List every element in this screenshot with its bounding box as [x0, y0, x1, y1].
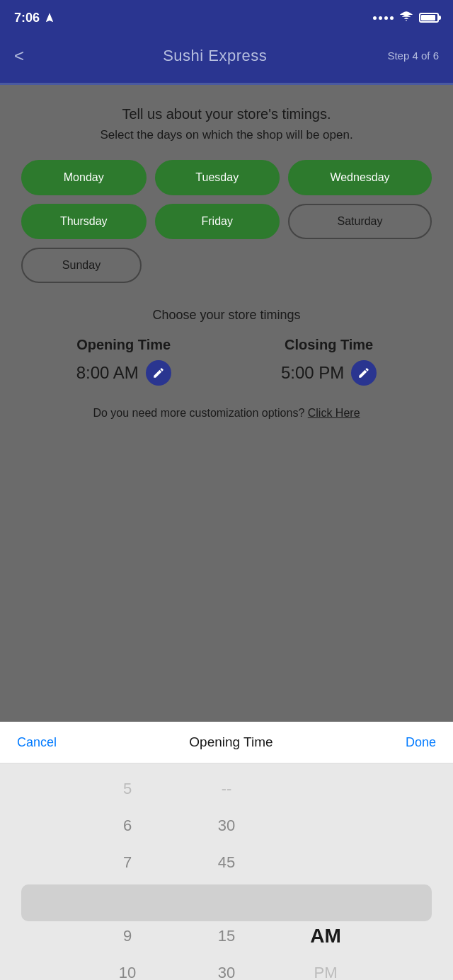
hour-10[interactable]: 10 — [78, 955, 177, 980]
days-row-3: Sunday — [21, 248, 432, 283]
main-content: Tell us about your store's timings. Sele… — [0, 85, 453, 722]
hour-5[interactable]: 5 — [78, 771, 177, 807]
day-saturday[interactable]: Saturday — [288, 204, 432, 239]
period-spacer-3 — [276, 881, 375, 918]
days-row-2: Thursday Friday Saturday — [21, 204, 432, 239]
bottom-sheet: Cancel Opening Time Done 5 6 7 8 9 10 11… — [0, 722, 453, 980]
minute-30-below[interactable]: 30 — [177, 955, 276, 980]
hour-7[interactable]: 7 — [78, 844, 177, 881]
period-column[interactable]: AM PM — [276, 807, 375, 980]
hour-8-selected[interactable]: 8 — [78, 881, 177, 918]
picker-title: Opening Time — [189, 734, 273, 750]
closing-time-edit-button[interactable] — [351, 360, 377, 386]
minute-15[interactable]: 15 — [177, 918, 276, 955]
customization-row: Do you need more customization options? … — [21, 407, 432, 420]
picker-columns: 5 6 7 8 9 10 11 -- 30 45 00 15 30 45 — [0, 771, 453, 980]
day-monday[interactable]: Monday — [21, 160, 147, 195]
day-tuesday[interactable]: Tuesday — [155, 160, 280, 195]
opening-time-block: Opening Time 8:00 AM — [76, 337, 171, 386]
minute-00-selected[interactable]: 00 — [177, 881, 276, 918]
days-row-1: Monday Tuesday Wednesday — [21, 160, 432, 195]
customization-text: Do you need more customization options? — [93, 407, 304, 419]
times-row: Opening Time 8:00 AM Closing Time 5:00 P… — [21, 337, 432, 386]
opening-time-label: Opening Time — [76, 337, 171, 353]
time-picker[interactable]: 5 6 7 8 9 10 11 -- 30 45 00 15 30 45 — [0, 763, 453, 980]
battery-icon — [419, 13, 439, 23]
opening-time-row: 8:00 AM — [76, 360, 171, 386]
time-display: 7:06 — [14, 11, 40, 25]
hour-9[interactable]: 9 — [78, 918, 177, 955]
back-button[interactable]: < — [14, 46, 42, 66]
choose-timings-label: Choose your store timings — [21, 308, 432, 323]
bottom-sheet-header: Cancel Opening Time Done — [0, 722, 453, 763]
hours-column[interactable]: 5 6 7 8 9 10 11 — [78, 771, 177, 980]
opening-time-value: 8:00 AM — [76, 363, 139, 383]
signal-icon — [373, 16, 394, 20]
hour-6[interactable]: 6 — [78, 807, 177, 844]
period-am-selected[interactable]: AM — [276, 918, 375, 955]
status-time-area: 7:06 — [14, 11, 55, 25]
navigation-icon — [44, 12, 55, 23]
closing-time-row: 5:00 PM — [281, 360, 377, 386]
step-indicator: Step 4 of 6 — [387, 50, 439, 62]
day-sunday[interactable]: Sunday — [21, 248, 142, 283]
day-wednesday[interactable]: Wednesday — [288, 160, 432, 195]
period-pm[interactable]: PM — [276, 955, 375, 980]
closing-time-block: Closing Time 5:00 PM — [281, 337, 377, 386]
minute-faded-top[interactable]: -- — [177, 771, 276, 807]
picker-cancel-button[interactable]: Cancel — [17, 735, 57, 750]
period-spacer-2 — [276, 844, 375, 881]
day-friday[interactable]: Friday — [155, 204, 280, 239]
minute-45[interactable]: 45 — [177, 844, 276, 881]
click-here-link[interactable]: Click Here — [308, 407, 360, 419]
opening-time-edit-button[interactable] — [146, 360, 171, 386]
day-thursday[interactable]: Thursday — [21, 204, 147, 239]
minutes-column[interactable]: -- 30 45 00 15 30 45 — [177, 771, 276, 980]
picker-done-button[interactable]: Done — [406, 735, 436, 750]
minute-30[interactable]: 30 — [177, 807, 276, 844]
instruction-title: Tell us about your store's timings. — [21, 106, 432, 122]
status-icons — [373, 11, 439, 25]
instruction-sub: Select the days on which the shop will b… — [21, 128, 432, 142]
header: < Sushi Express Step 4 of 6 — [0, 35, 453, 85]
period-spacer-1 — [276, 807, 375, 844]
wifi-icon — [399, 11, 413, 25]
closing-time-value: 5:00 PM — [281, 363, 344, 383]
status-bar: 7:06 — [0, 0, 453, 35]
app-title: Sushi Express — [163, 47, 267, 65]
closing-time-label: Closing Time — [281, 337, 377, 353]
timings-section: Choose your store timings Opening Time 8… — [21, 308, 432, 420]
